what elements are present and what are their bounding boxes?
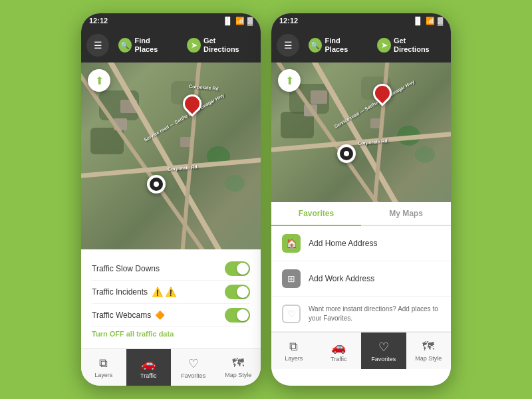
traffic-panel: Traffic Slow Downs Traffic Incidents ⚠️ … [81,249,261,348]
tab-traffic-right[interactable]: 🚗 Traffic [317,332,362,369]
layers-icon-right: ⧉ [289,340,298,354]
hamburger-icon: ☰ [94,40,102,51]
compass-button-left[interactable]: ⬆ [88,69,110,92]
search-icon-right: 🔍 [309,38,322,53]
webcams-label: Traffic Webcams [92,311,151,320]
find-places-btn-right[interactable]: 🔍 Find Places [303,34,368,57]
tab-favorites-left[interactable]: ♡ Favorites [171,349,216,386]
compass-icon-right: ⬆ [285,74,294,87]
directions-icon-left: ➤ [187,38,201,53]
heart-icon: ♡ [282,305,301,323]
bottom-tabs-right: ⧉ Layers 🚗 Traffic ♡ Favorites 🗺 Map Sty… [271,332,451,369]
tab-map-style-left[interactable]: 🗺 Map Style [216,349,261,386]
status-bar-left: 12:12 ▐▌ 📶 ▓ [81,13,261,28]
instant-directions-item: ♡ Want more instant directions? Add plac… [271,297,451,332]
get-directions-btn-right[interactable]: ➤ Get Directions [372,34,446,57]
traffic-icon-right: 🚗 [331,340,346,354]
work-icon: ⊞ [282,269,301,288]
traffic-slow-downs-row: Traffic Slow Downs [92,257,250,281]
favorites-panel: Favorites My Maps 🏠 Add Home Address ⊞ A… [271,202,451,332]
left-phone: 12:12 ▐▌ 📶 ▓ ☰ 🔍 Find Places ➤ Get Direc… [81,13,261,386]
slow-downs-toggle[interactable] [225,261,250,276]
status-icons-right: ▐▌ 📶 ▓ [412,17,443,25]
turn-off-link[interactable]: Turn OFF all traffic data [92,327,250,340]
favorites-tab-bar: Favorites My Maps [271,202,451,226]
incidents-label: Traffic Incidents [92,287,148,297]
right-phone: 12:12 ▐▌ 📶 ▓ ☰ 🔍 Find Places ➤ Get Direc… [271,13,451,386]
tab-layers-right[interactable]: ⧉ Layers [271,332,317,369]
tab-traffic-left[interactable]: 🚗 Traffic [126,349,172,386]
traffic-icon-left: 🚗 [141,356,156,371]
signal-icon: ▐▌ [222,17,233,25]
slow-downs-label: Traffic Slow Downs [92,264,160,273]
get-directions-label-right: Get Directions [394,37,440,54]
status-time-right: 12:12 [279,17,298,25]
add-home-label: Add Home Address [309,238,377,249]
status-icons-left: ▐▌ 📶 ▓ [222,17,253,25]
add-work-item[interactable]: ⊞ Add Work Address [271,261,451,297]
home-icon: 🏠 [282,234,301,253]
tab-layers-label-left: Layers [94,372,112,378]
tab-favorites-right[interactable]: Favorites [271,202,361,226]
map-right[interactable]: Service road — Sarthe Ganchimagar Hwy Co… [271,63,451,202]
map-pin-red-left [183,94,201,113]
bottom-tabs-left: ⧉ Layers 🚗 Traffic ♡ Favorites 🗺 Map Sty… [81,348,261,386]
tab-map-style-label-left: Map Style [225,372,251,378]
wifi-icon: 📶 [235,17,245,25]
incidents-toggle[interactable] [225,285,250,299]
tab-layers-label-right: Layers [285,355,303,362]
compass-button-right[interactable]: ⬆ [278,69,301,92]
layers-icon-left: ⧉ [99,356,108,370]
add-home-item[interactable]: 🏠 Add Home Address [271,226,451,261]
tab-map-style-right[interactable]: 🗺 Map Style [406,332,452,369]
status-bar-right: 12:12 ▐▌ 📶 ▓ [271,13,451,28]
nav-bar-left: ☰ 🔍 Find Places ➤ Get Directions [81,28,261,63]
find-places-label-left: Find Places [134,37,172,54]
tab-favorites-label-left: Favorites [181,372,205,379]
search-icon-left: 🔍 [118,38,132,53]
battery-icon: ▓ [247,17,253,25]
tab-map-style-label-right: Map Style [415,355,442,362]
map-pin-black-right [337,144,356,163]
signal-icon-right: ▐▌ [412,17,423,25]
warning-icon-1: ⚠️ [152,287,163,297]
battery-icon-right: ▓ [438,17,443,25]
menu-button-right[interactable]: ☰ [277,34,299,57]
get-directions-btn-left[interactable]: ➤ Get Directions [182,34,255,57]
wifi-icon-right: 📶 [426,17,435,25]
warning-icon-2: ⚠️ [165,287,176,297]
map-left[interactable]: Service road — Sarthe Ganchimagar Hwy Co… [81,63,261,249]
menu-button-left[interactable]: ☰ [86,34,109,57]
tab-my-maps-right[interactable]: My Maps [361,202,451,225]
traffic-webcams-row: Traffic Webcams 🔶 [92,304,250,327]
find-places-btn-left[interactable]: 🔍 Find Places [113,34,178,57]
map-style-icon-left: 🗺 [232,356,244,370]
find-places-label-right: Find Places [325,37,362,54]
instant-directions-label: Want more instant directions? Add places… [309,305,440,323]
tab-traffic-label-left: Traffic [140,372,157,379]
tab-favorites-right-bottom[interactable]: ♡ Favorites [361,332,406,369]
tab-traffic-label-right: Traffic [331,356,347,362]
add-work-label: Add Work Address [309,273,374,285]
tab-favorites-label-right-bottom: Favorites [371,356,396,362]
directions-icon-right: ➤ [377,38,391,53]
map-pin-black-left [147,175,166,194]
get-directions-label-left: Get Directions [203,37,250,54]
hamburger-icon-right: ☰ [284,40,293,51]
status-time-left: 12:12 [89,17,108,25]
favorites-icon-right: ♡ [378,340,389,354]
tab-layers-left[interactable]: ⧉ Layers [81,349,126,386]
map-pin-red-right [373,84,392,102]
traffic-incidents-row: Traffic Incidents ⚠️ ⚠️ [92,281,250,304]
nav-bar-right: ☰ 🔍 Find Places ➤ Get Directions [271,28,451,63]
webcams-toggle[interactable] [225,308,250,323]
favorites-icon-left: ♡ [188,356,199,371]
map-style-icon-right: 🗺 [422,340,434,354]
webcam-icon: 🔶 [155,311,165,320]
compass-icon-left: ⬆ [95,74,104,87]
